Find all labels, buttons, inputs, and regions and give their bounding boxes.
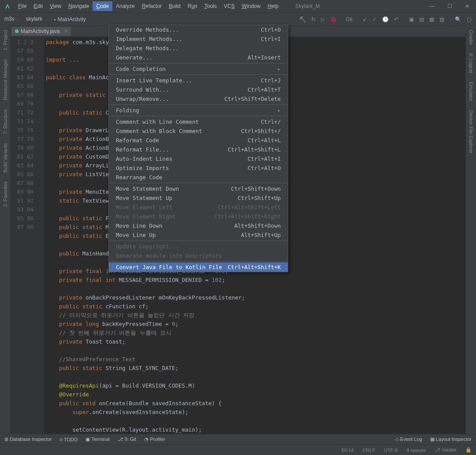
git-label: Git: — [346, 16, 354, 22]
menu-file[interactable]: File — [15, 1, 30, 11]
menu-item[interactable]: Delegate Methods... — [109, 44, 288, 53]
menu-run[interactable]: Run — [184, 1, 201, 11]
titlebar: FileEditViewNavigateCodeAnalyzeRefactorB… — [0, 0, 476, 12]
avd-icon[interactable]: ▣ — [409, 16, 414, 22]
breadcrumb[interactable]: MainActivity — [54, 16, 89, 22]
git-commit-icon[interactable]: ✓ — [372, 16, 377, 22]
menu-edit[interactable]: Edit — [30, 1, 46, 11]
menu-tools[interactable]: Tools — [201, 1, 220, 11]
git-revert-icon[interactable]: ↶ — [394, 16, 398, 22]
layout-icon[interactable]: ▧ — [439, 16, 444, 22]
tool-git[interactable]: ⎇ 9: Git — [118, 437, 136, 442]
menu-window[interactable]: Window — [238, 1, 264, 11]
menu-item[interactable]: Move Line DownAlt+Shift+Down — [109, 221, 288, 230]
menu-item[interactable]: Unwrap/Remove...Ctrl+Shift+Delete — [109, 94, 288, 104]
breadcrumb[interactable]: m3s — [4, 15, 22, 23]
left-tab[interactable]: Build Variants — [3, 143, 8, 173]
sync-icon[interactable]: ↻ — [311, 16, 316, 22]
line-sep[interactable]: CRLF — [362, 448, 375, 453]
debug-icon[interactable]: 🐞 — [330, 16, 337, 22]
close-icon[interactable]: × — [64, 28, 67, 34]
statusbar: 58:14 CRLF UTF-8 4 spaces ⎇ master 🔒 — [0, 444, 476, 455]
class-icon — [15, 30, 19, 33]
menu-analyze[interactable]: Analyze — [112, 1, 138, 11]
encoding[interactable]: UTF-8 — [384, 448, 398, 453]
menu-view[interactable]: View — [46, 1, 65, 11]
profile-icon[interactable]: ▢ — [467, 16, 472, 22]
menu-item[interactable]: Comment with Line CommentCtrl+/ — [109, 117, 288, 126]
close-icon[interactable]: ✕ — [458, 3, 476, 9]
menu-item: Move Element LeftCtrl+Alt+Shift+Left — [109, 203, 288, 212]
menu-item[interactable]: Reformat File...Ctrl+Alt+Shift+L — [109, 145, 288, 154]
make-icon[interactable]: 🔨 — [299, 16, 306, 22]
menu-item[interactable]: Implement Methods...Ctrl+I — [109, 34, 288, 44]
menu-item[interactable]: Generate...Alt+Insert — [109, 53, 288, 62]
menu-item[interactable]: Move Statement DownCtrl+Shift+Down — [109, 184, 288, 193]
left-tool-strip: 1: ProjectResource Manager7: StructureBu… — [0, 26, 11, 434]
tool-event-log[interactable]: ◇ Event Log — [395, 437, 422, 442]
menu-item[interactable]: Override Methods...Ctrl+O — [109, 25, 288, 34]
menu-item[interactable]: Move Statement UpCtrl+Shift+Up — [109, 193, 288, 203]
tool-window-bar: ≣ Database Inspector ≡ TODO ▣ Terminal ⎇… — [0, 434, 476, 444]
maximize-icon[interactable]: ☐ — [441, 3, 458, 9]
menu-item[interactable]: Rearrange Code — [109, 173, 288, 182]
tool-db-inspector[interactable]: ≣ Database Inspector — [4, 437, 52, 442]
menu-item[interactable]: Reformat CodeCtrl+Alt+L — [109, 136, 288, 145]
menu-item[interactable]: Comment with Block CommentCtrl+Shift+/ — [109, 126, 288, 136]
git-update-icon[interactable]: ↙ — [363, 16, 367, 22]
fold-column — [37, 37, 44, 434]
tool-terminal[interactable]: ▣ Terminal — [86, 437, 109, 442]
search-icon[interactable]: 🔍 — [455, 16, 461, 22]
menu-help[interactable]: Help — [264, 1, 282, 11]
tool-todo[interactable]: ≡ TODO — [60, 437, 78, 442]
run-icon[interactable]: ▷ — [321, 16, 325, 22]
tab-label: MainActivity.java — [21, 28, 60, 34]
android-studio-icon — [2, 1, 13, 12]
tool-layout-inspector[interactable]: ▦ Layout Inspector — [430, 437, 472, 442]
code-menu-dropdown: Override Methods...Ctrl+OImplement Metho… — [108, 25, 288, 272]
menu-item: Generate module-info Descriptors — [109, 251, 288, 260]
caret-position[interactable]: 58:14 — [342, 448, 354, 453]
menu-item[interactable]: Auto-Indent LinesCtrl+Alt+I — [109, 154, 288, 163]
menu-item[interactable]: Folding▸ — [109, 106, 288, 115]
menu-item: Update Copyright... — [109, 242, 288, 251]
right-tab[interactable]: Emulator — [469, 82, 474, 101]
project-name: Skylark_M — [295, 3, 320, 9]
tool-profiler[interactable]: ◔ Profiler — [144, 437, 165, 442]
menu-refactor[interactable]: Refactor — [138, 1, 165, 11]
menu-item[interactable]: Surround With...Ctrl+Alt+T — [109, 85, 288, 94]
menu-item[interactable]: Convert Java File to Kotlin FileCtrl+Alt… — [109, 263, 288, 272]
right-tab[interactable]: 6: Logcat — [469, 53, 474, 73]
left-tab[interactable]: Resource Manager — [3, 59, 8, 100]
resource-icon[interactable]: ▦ — [429, 16, 434, 22]
editor-tab[interactable]: MainActivity.java × — [11, 27, 71, 36]
right-tab[interactable]: Gradle — [469, 30, 474, 44]
sdk-icon[interactable]: ▤ — [419, 16, 424, 22]
menu-item[interactable]: Insert Live Template...Ctrl+J — [109, 76, 288, 85]
git-branch[interactable]: ⎇ master — [435, 447, 457, 453]
menu-navigate[interactable]: Navigate — [65, 1, 93, 11]
left-tab[interactable]: 2: Favorites — [3, 181, 8, 207]
menu-item[interactable]: Move Line UpAlt+Shift+Up — [109, 230, 288, 240]
menu-item: Move Element RightCtrl+Alt+Shift+Right — [109, 212, 288, 221]
menu-item[interactable]: Optimize ImportsCtrl+Alt+O — [109, 163, 288, 173]
menu-vcs[interactable]: VCS — [220, 1, 238, 11]
minimize-icon[interactable]: — — [423, 3, 441, 9]
menu-build[interactable]: Build — [165, 1, 184, 11]
breadcrumb[interactable]: skylark — [26, 15, 50, 23]
left-tab[interactable]: 7: Structure — [3, 109, 8, 134]
line-gutter: 1 2 3 57 58 59 60 61 62 63 64 65 66 67 6… — [11, 37, 37, 434]
left-tab[interactable]: 1: Project — [3, 30, 8, 50]
right-tool-strip: Gradle6: LogcatEmulatorDevice File Explo… — [465, 26, 476, 434]
menu-item[interactable]: Code Completion▸ — [109, 64, 288, 74]
lock-icon[interactable]: 🔒 — [465, 447, 472, 453]
menubar: FileEditViewNavigateCodeAnalyzeRefactorB… — [15, 1, 282, 11]
right-tab[interactable]: Device File Explorer — [469, 110, 474, 153]
navigation-bar: m3s skylark MainActivity 🔨 ↻ ▷ 🐞 Git: ↙ … — [0, 12, 476, 26]
git-history-icon[interactable]: 🕓 — [382, 16, 389, 22]
menu-code[interactable]: Code — [93, 1, 112, 11]
indent[interactable]: 4 spaces — [406, 448, 426, 453]
